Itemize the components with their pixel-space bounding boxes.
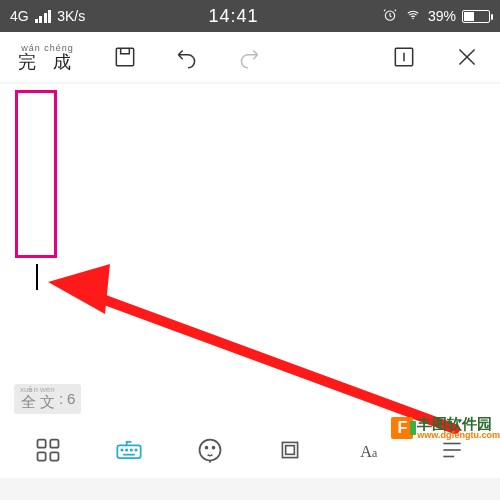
done-label: 完 成 — [18, 52, 77, 72]
battery-icon — [462, 10, 490, 23]
wifi-icon — [404, 8, 422, 25]
svg-point-18 — [212, 447, 214, 449]
data-rate: 3K/s — [57, 8, 85, 24]
svg-point-13 — [131, 449, 132, 450]
text-format-button[interactable]: Aa — [354, 433, 388, 467]
svg-point-1 — [412, 17, 414, 19]
svg-rect-10 — [117, 445, 140, 458]
network-type: 4G — [10, 8, 29, 24]
battery-pct: 39% — [428, 8, 456, 24]
selection-count: 6 — [67, 390, 75, 407]
svg-rect-8 — [38, 452, 46, 460]
svg-rect-2 — [116, 48, 133, 65]
redo-button[interactable] — [234, 42, 264, 72]
info-button[interactable] — [389, 42, 419, 72]
sel-pinyin-2: wén — [40, 386, 55, 393]
svg-rect-9 — [51, 452, 59, 460]
annotation-highlight-box — [15, 90, 57, 258]
svg-rect-20 — [286, 446, 295, 455]
svg-point-12 — [126, 449, 127, 450]
svg-text:a: a — [372, 446, 378, 460]
svg-point-11 — [121, 449, 122, 450]
alarm-icon — [382, 7, 398, 26]
sel-colon: : — [59, 390, 63, 407]
svg-rect-7 — [51, 440, 59, 448]
editor-canvas[interactable]: xuǎn 全 wén 文 : 6 — [0, 84, 500, 422]
signal-icon — [35, 10, 52, 23]
svg-marker-5 — [48, 264, 110, 314]
sel-hanzi-2: 文 — [40, 393, 55, 412]
svg-point-14 — [135, 449, 136, 450]
status-left: 4G 3K/s — [10, 8, 85, 24]
watermark-title: 丰图软件园 — [417, 416, 500, 431]
sel-pinyin-1: xuǎn — [20, 386, 38, 393]
crop-button[interactable] — [273, 433, 307, 467]
keyboard-button[interactable] — [112, 433, 146, 467]
save-button[interactable] — [110, 42, 140, 72]
watermark-url: www.dgfengtu.com — [417, 431, 500, 440]
svg-point-17 — [205, 447, 207, 449]
selection-badge[interactable]: xuǎn 全 wén 文 : 6 — [14, 384, 81, 414]
top-toolbar: wán chéng 完 成 — [0, 32, 500, 82]
svg-text:A: A — [360, 443, 372, 461]
status-bar: 4G 3K/s 14:41 39% — [0, 0, 500, 32]
emoji-button[interactable] — [193, 433, 227, 467]
done-button[interactable]: wán chéng 完 成 — [18, 44, 77, 71]
close-button[interactable] — [452, 42, 482, 72]
svg-rect-19 — [283, 442, 298, 457]
watermark-logo-icon: F — [391, 417, 413, 439]
svg-point-16 — [199, 440, 220, 461]
undo-button[interactable] — [172, 42, 202, 72]
watermark: F 丰图软件园 www.dgfengtu.com — [391, 416, 500, 440]
status-right: 39% — [382, 7, 490, 26]
grid-button[interactable] — [31, 433, 65, 467]
sel-hanzi-1: 全 — [21, 393, 36, 412]
clock: 14:41 — [209, 6, 259, 27]
text-cursor — [36, 264, 38, 290]
svg-rect-6 — [38, 440, 46, 448]
